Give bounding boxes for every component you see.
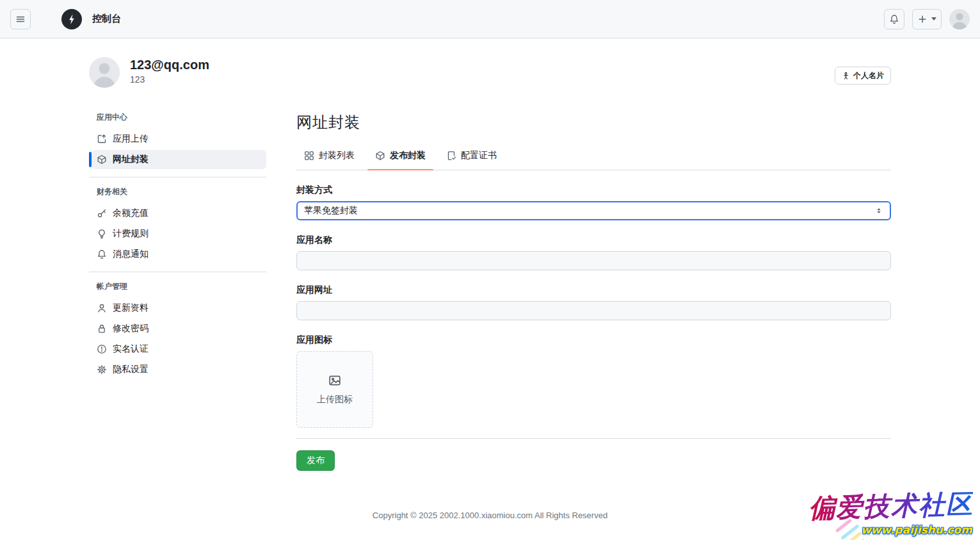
decorative-streak <box>840 524 860 540</box>
tab-bar: 封装列表 发布封装 配置证书 <box>296 144 891 170</box>
form-divider <box>296 438 891 439</box>
sidebar-section-finance: 财务相关 余额充值 计费规则 消息通知 <box>89 177 266 272</box>
watermark-url: www.paijishu.com <box>762 523 974 536</box>
topbar: 控制台 <box>0 0 980 38</box>
sidebar-item-label: 实名认证 <box>113 343 149 355</box>
publish-button[interactable]: 发布 <box>296 450 335 471</box>
sidebar-item-label: 应用上传 <box>113 133 149 145</box>
app-name-label: 应用名称 <box>296 234 891 246</box>
caret-down-icon <box>931 17 936 20</box>
app-url-label: 应用网址 <box>296 284 891 296</box>
sidebar-item-balance-recharge[interactable]: 余额充值 <box>92 204 266 223</box>
package-method-label: 封装方式 <box>296 184 891 196</box>
lightbulb-icon <box>97 229 107 239</box>
sidebar-item-privacy-settings[interactable]: 隐私设置 <box>92 360 266 379</box>
sidebar-section-header: 帐户管理 <box>97 281 266 292</box>
sidebar-item-label: 余额充值 <box>113 208 149 219</box>
sidebar-item-url-package[interactable]: 网址封装 <box>92 150 266 169</box>
hamburger-menu-button[interactable] <box>10 9 31 29</box>
sidebar: 应用中心 应用上传 网址封装 财务相关 <box>89 112 266 471</box>
decorative-streak <box>846 531 863 540</box>
sidebar-item-real-name-verification[interactable]: 实名认证 <box>92 340 266 359</box>
select-spinner-icon <box>874 206 883 215</box>
package-method-select[interactable]: 苹果免签封装 <box>296 201 891 220</box>
sidebar-section-header: 应用中心 <box>97 112 266 123</box>
app-icon-label: 应用图标 <box>296 334 891 346</box>
sidebar-section-account: 帐户管理 更新资料 修改密码 实名认证 <box>89 272 266 387</box>
create-new-button[interactable] <box>912 9 942 29</box>
sidebar-item-billing-rules[interactable]: 计费规则 <box>92 224 266 243</box>
upload-text: 上传图标 <box>317 394 353 405</box>
app-url-input[interactable] <box>296 301 891 320</box>
personal-card-button[interactable]: 个人名片 <box>835 67 891 85</box>
tab-package-list[interactable]: 封装列表 <box>296 144 362 170</box>
sidebar-item-notifications[interactable]: 消息通知 <box>92 245 266 264</box>
gear-icon <box>97 364 107 375</box>
profile-header: 123@qq.com 123 个人名片 <box>89 57 891 88</box>
profile-username: 123 <box>130 74 209 85</box>
tab-label: 发布封装 <box>390 150 426 161</box>
sidebar-item-label: 隐私设置 <box>113 364 149 375</box>
hamburger-icon <box>15 14 26 24</box>
shield-exclamation-icon <box>97 344 107 354</box>
app-logo[interactable] <box>61 9 82 29</box>
personal-card-label: 个人名片 <box>853 70 884 81</box>
page-title: 网址封装 <box>296 112 891 133</box>
icon-upload-dropzone[interactable]: 上传图标 <box>296 351 373 428</box>
key-icon <box>97 208 107 218</box>
sidebar-item-label: 修改密码 <box>113 323 149 334</box>
package-icon <box>375 151 385 161</box>
main-content: 网址封装 封装列表 发布封装 <box>296 112 891 471</box>
sidebar-item-label: 更新资料 <box>113 302 149 314</box>
sidebar-section-app-center: 应用中心 应用上传 网址封装 <box>89 112 266 177</box>
image-icon <box>328 373 342 388</box>
package-method-value: 苹果免签封装 <box>304 205 358 217</box>
package-icon <box>97 154 107 165</box>
tab-configure-certificate[interactable]: 配置证书 <box>438 144 504 170</box>
decorative-streak <box>835 518 853 532</box>
publish-form: 封装方式 苹果免签封装 应用名称 应用网址 应用图标 上传图标 <box>296 184 891 471</box>
lock-icon <box>97 323 107 334</box>
sidebar-item-label: 消息通知 <box>113 249 149 260</box>
sidebar-item-change-password[interactable]: 修改密码 <box>92 319 266 338</box>
app-name-input[interactable] <box>296 251 891 270</box>
upload-icon <box>97 134 107 144</box>
file-check-icon <box>446 151 456 161</box>
person-card-icon <box>842 72 850 80</box>
footer-copyright: Copyright © 2025 2002.1000.xiaomiou.com … <box>89 511 891 520</box>
plus-icon <box>917 14 928 24</box>
notifications-button[interactable] <box>884 9 904 29</box>
person-icon <box>97 303 107 313</box>
tab-label: 配置证书 <box>461 150 497 161</box>
user-avatar-large <box>89 57 120 88</box>
tab-publish-package[interactable]: 发布封装 <box>367 144 433 170</box>
user-avatar-small[interactable] <box>949 9 970 29</box>
sidebar-item-label: 网址封装 <box>113 154 149 165</box>
sidebar-item-label: 计费规则 <box>113 228 149 240</box>
profile-email: 123@qq.com <box>130 57 209 73</box>
bell-icon <box>97 249 107 259</box>
grid-icon <box>304 151 314 161</box>
tab-label: 封装列表 <box>319 150 355 161</box>
bell-icon <box>889 14 899 24</box>
sidebar-item-update-profile[interactable]: 更新资料 <box>92 299 266 318</box>
sidebar-section-header: 财务相关 <box>97 186 266 197</box>
lightning-bolt-icon <box>66 13 77 25</box>
sidebar-item-app-upload[interactable]: 应用上传 <box>92 129 266 149</box>
page-title-topbar: 控制台 <box>92 13 121 25</box>
